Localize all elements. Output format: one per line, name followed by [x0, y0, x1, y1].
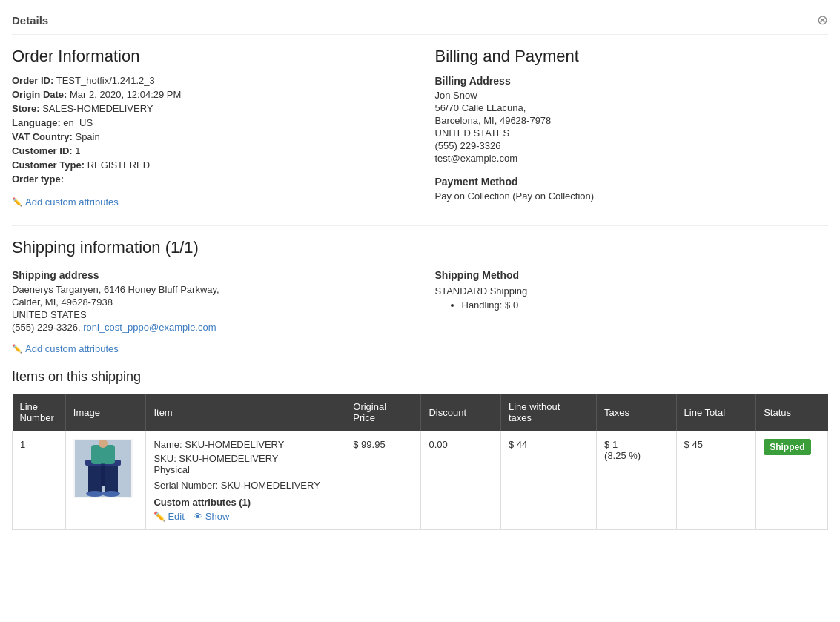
billing-city: Barcelona, MI, 49628-7978: [435, 115, 829, 126]
customer-type-row: Customer Type: REGISTERED: [12, 159, 406, 171]
shipping-address-line3: UNITED STATES: [12, 309, 406, 320]
item-name: Name: SKU-HOMEDELIVERY: [153, 439, 337, 450]
edit-pencil-icon: ✏️: [153, 511, 165, 522]
cell-discount: 0.00: [421, 431, 501, 530]
customer-type-value: REGISTERED: [87, 159, 151, 171]
billing-name: Jon Snow: [435, 90, 829, 101]
cell-item: Name: SKU-HOMEDELIVERY SKU: SKU-HOMEDELI…: [146, 431, 345, 530]
shipping-method-label: Shipping Method: [435, 269, 829, 281]
show-label: Show: [205, 511, 230, 522]
order-id-label: Order ID:: [12, 75, 53, 86]
pencil-icon-shipping: ✏️: [12, 344, 22, 354]
payment-method-label: Payment Method: [435, 176, 829, 188]
billing-street: 56/70 Calle LLacuna,: [435, 102, 829, 113]
shipping-title: Shipping information (1/1): [12, 238, 828, 257]
items-section-title: Items on this shipping: [12, 369, 828, 385]
details-title: Details: [12, 14, 48, 27]
shipping-address-section: Shipping address Daenerys Targaryen, 614…: [12, 269, 406, 354]
col-header-original-price: OriginalPrice: [345, 394, 421, 431]
edit-label: Edit: [168, 511, 184, 522]
origin-date-label: Origin Date:: [12, 89, 67, 100]
vat-country-label: VAT Country:: [12, 131, 73, 142]
customer-type-label: Customer Type:: [12, 159, 85, 171]
shipping-method-section: Shipping Method STANDARD Shipping Handli…: [435, 269, 829, 354]
payment-method-block: Payment Method Pay on Collection (Pay on…: [435, 176, 829, 202]
customer-id-value: 1: [75, 145, 80, 156]
col-header-line-total: Line Total: [676, 394, 756, 431]
taxes-value: $ 1: [604, 439, 618, 450]
table-header: LineNumber Image Item OriginalPrice Disc…: [13, 394, 828, 431]
billing-payment-title: Billing and Payment: [435, 47, 829, 66]
order-type-row: Order type:: [12, 173, 406, 185]
shipping-phone: (555) 229-3326,: [12, 322, 81, 333]
shipping-section: Shipping address Daenerys Targaryen, 614…: [12, 269, 828, 354]
eye-icon: 👁: [194, 511, 203, 522]
shipping-address-label: Shipping address: [12, 269, 406, 281]
shipping-add-custom-attributes-link[interactable]: ✏️ Add custom attributes: [12, 343, 119, 354]
store-row: Store: SALES-HOMEDELIVERY: [12, 103, 406, 114]
section-divider-1: [12, 225, 828, 226]
shipping-address-block: Daenerys Targaryen, 6146 Honey Bluff Par…: [12, 284, 406, 333]
col-header-taxes: Taxes: [597, 394, 677, 431]
vat-country-row: VAT Country: Spain: [12, 131, 406, 142]
shipping-add-custom-label: Add custom attributes: [25, 343, 119, 354]
collapse-icon[interactable]: ⊗: [817, 12, 828, 28]
status-badge: Shipped: [764, 439, 810, 455]
col-header-status: Status: [756, 394, 828, 431]
order-information-title: Order Information: [12, 47, 406, 66]
customer-id-row: Customer ID: 1: [12, 145, 406, 156]
original-price-value: $ 99.95: [353, 439, 385, 450]
language-label: Language:: [12, 117, 61, 128]
handling-item: Handling: $ 0: [462, 300, 829, 311]
shipping-address-phone-email: (555) 229-3326, roni_cost_pppo@example.c…: [12, 322, 406, 333]
items-table: LineNumber Image Item OriginalPrice Disc…: [12, 394, 828, 530]
store-label: Store:: [12, 103, 40, 114]
col-header-item: Item: [146, 394, 345, 431]
cell-taxes: $ 1 (8.25 %): [597, 431, 677, 530]
language-value: en_US: [63, 117, 93, 128]
billing-country: UNITED STATES: [435, 128, 829, 139]
item-actions: ✏️ Edit 👁 Show: [153, 511, 337, 522]
shipping-address-line2: Calder, MI, 49628-7938: [12, 297, 406, 308]
edit-link[interactable]: ✏️ Edit: [153, 511, 184, 522]
order-type-label: Order type:: [12, 173, 64, 185]
item-type: Physical: [153, 464, 337, 475]
cell-line-without-taxes: $ 44: [501, 431, 597, 530]
handling-value: Handling: $ 0: [462, 300, 519, 311]
language-row: Language: en_US: [12, 117, 406, 128]
billing-phone: (555) 229-3326: [435, 140, 829, 151]
pencil-icon: ✏️: [12, 197, 22, 207]
svg-rect-4: [105, 482, 118, 492]
svg-rect-9: [101, 463, 105, 486]
item-sku: SKU: SKU-HOMEDELIVERY: [153, 453, 337, 464]
cell-line-total: $ 45: [676, 431, 756, 530]
origin-date-row: Origin Date: Mar 2, 2020, 12:04:29 PM: [12, 89, 406, 100]
taxes-percent: (8.25 %): [604, 450, 641, 461]
cell-line-number: 1: [13, 431, 66, 530]
show-link[interactable]: 👁 Show: [194, 511, 230, 522]
line-total-value: $ 45: [684, 439, 703, 450]
table-row: 1: [13, 431, 828, 530]
cell-status: Shipped: [756, 431, 828, 530]
svg-point-5: [86, 491, 104, 497]
order-information-section: Order Information Order ID: TEST_hotfix/…: [12, 47, 406, 208]
details-header: Details ⊗: [12, 12, 828, 35]
shipping-method-block: Shipping Method STANDARD Shipping Handli…: [435, 269, 829, 311]
order-add-custom-attributes-link[interactable]: ✏️ Add custom attributes: [12, 196, 119, 208]
line-without-taxes-value: $ 44: [509, 439, 527, 450]
product-image-svg: [75, 440, 131, 497]
top-section: Order Information Order ID: TEST_hotfix/…: [12, 47, 828, 208]
custom-attributes-label: Custom attributes (1): [153, 497, 337, 508]
discount-value: 0.00: [429, 439, 447, 450]
store-value: SALES-HOMEDELIVERY: [42, 103, 153, 114]
customer-id-label: Customer ID:: [12, 145, 73, 156]
shipping-email-link[interactable]: roni_cost_pppo@example.com: [83, 322, 216, 333]
cell-original-price: $ 99.95: [345, 431, 421, 530]
svg-point-6: [102, 491, 120, 497]
table-body: 1: [13, 431, 828, 530]
line-number-value: 1: [20, 439, 25, 450]
col-header-line-number: LineNumber: [13, 394, 66, 431]
origin-date-value: Mar 2, 2020, 12:04:29 PM: [70, 89, 181, 100]
cell-image: [65, 431, 146, 530]
order-add-custom-label: Add custom attributes: [25, 196, 119, 208]
